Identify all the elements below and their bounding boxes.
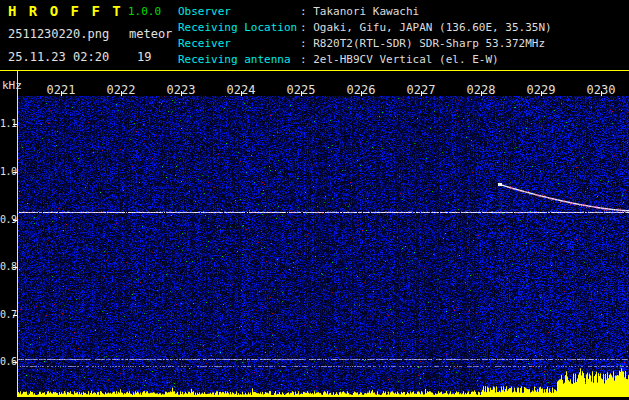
x-axis-tick-label: 0226	[347, 83, 376, 97]
hrofft-output-screen: H R O F F T 1.0.0 2511230220.png meteor …	[0, 0, 629, 400]
observation-mode: meteor	[129, 27, 172, 41]
station-info-row: Observer: Takanori Kawachi	[178, 4, 552, 20]
station-info-label: Observer	[178, 4, 300, 20]
y-axis-tick-label: 1.0	[0, 166, 16, 177]
x-axis-tick-label: 0230	[587, 83, 616, 97]
x-axis-tick-label: 0224	[227, 83, 256, 97]
y-axis-unit-label: kHz	[2, 79, 22, 92]
x-axis-tick-label: 0221	[47, 83, 76, 97]
station-info-label: Receiving Location	[178, 20, 300, 36]
observation-datetime: 25.11.23 02:20	[8, 50, 109, 64]
x-axis-tick-label: 0223	[167, 83, 196, 97]
station-info-label: Receiver	[178, 36, 300, 52]
echo-count: 19	[137, 50, 151, 64]
station-info-value: : R820T2(RTL-SDR) SDR-Sharp 53.372MHz	[300, 37, 545, 50]
station-info-row: Receiving antenna: 2el-HB9CV Vertical (e…	[178, 52, 552, 68]
output-filename: 2511230220.png	[8, 27, 109, 41]
y-axis-tick-label: 0.7	[0, 309, 16, 320]
y-axis-tick-label: 0.8	[0, 261, 16, 272]
station-info-row: Receiving Location: Ogaki, Gifu, JAPAN (…	[178, 20, 552, 36]
y-axis-tick-label: 1.1	[0, 118, 16, 129]
x-axis-tick-label: 0227	[407, 83, 436, 97]
x-axis-tick-label: 0225	[287, 83, 316, 97]
station-info: Observer: Takanori KawachiReceiving Loca…	[178, 4, 552, 68]
station-info-value: : 2el-HB9CV Vertical (el. E-W)	[300, 53, 499, 66]
x-axis-tick-label: 0228	[467, 83, 496, 97]
header-separator	[0, 70, 629, 71]
station-info-value: : Ogaki, Gifu, JAPAN (136.60E, 35.35N)	[300, 21, 552, 34]
x-axis-tick-label: 0222	[107, 83, 136, 97]
station-info-value: : Takanori Kawachi	[300, 5, 419, 18]
spectrogram-canvas	[18, 96, 629, 397]
y-axis-tick-label: 0.9	[0, 214, 16, 225]
x-axis-tick-label: 0229	[527, 83, 556, 97]
y-axis-tick-label: 0.6	[0, 356, 16, 367]
app-title: H R O F F T	[8, 3, 123, 19]
station-info-row: Receiver: R820T2(RTL-SDR) SDR-Sharp 53.3…	[178, 36, 552, 52]
app-version: 1.0.0	[128, 5, 161, 18]
station-info-label: Receiving antenna	[178, 52, 300, 68]
